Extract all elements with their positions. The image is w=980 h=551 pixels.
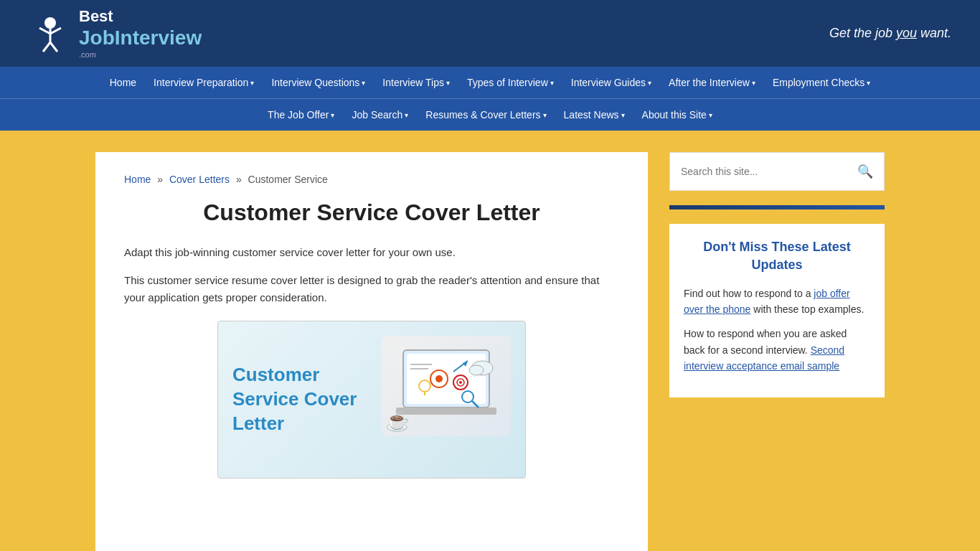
breadcrumb: Home » Cover Letters » Customer Service [124, 174, 619, 185]
main-navigation: Home Interview Preparation ▾ Interview Q… [0, 67, 980, 131]
svg-line-2 [39, 28, 50, 34]
breadcrumb-current: Customer Service [248, 174, 328, 185]
widget-text-1: Find out how to respond to a job offer o… [684, 286, 870, 318]
nav-employment-checks[interactable]: Employment Checks ▾ [764, 67, 879, 98]
svg-line-5 [50, 42, 57, 52]
breadcrumb-sep-2: » [236, 174, 242, 185]
logo-icon [29, 12, 72, 55]
search-button[interactable]: 🔍 [857, 164, 873, 179]
breadcrumb-sep-1: » [157, 174, 163, 185]
main-content: Home » Cover Letters » Customer Service … [95, 152, 648, 551]
article-para-2: This customer service resume cover lette… [124, 272, 619, 306]
nav-resumes-cover-letters[interactable]: Resumes & Cover Letters ▾ [417, 99, 555, 131]
nav-after-the-interview[interactable]: After the Interview ▾ [660, 67, 764, 98]
nav-job-offer[interactable]: The Job Offer ▾ [259, 99, 343, 131]
logo-text: Best JobInterview .com [79, 7, 202, 60]
svg-line-4 [43, 42, 50, 52]
nav-about-site[interactable]: About this Site ▾ [633, 99, 721, 131]
coffee-icon: ☕ [385, 409, 410, 433]
svg-point-0 [44, 17, 56, 29]
search-box: 🔍 [669, 152, 885, 191]
content-layout: Home » Cover Letters » Customer Service … [95, 152, 885, 551]
widget-text-2: How to respond when you are asked back f… [684, 326, 870, 374]
nav-interview-guides[interactable]: Interview Guides ▾ [562, 67, 660, 98]
logo-area[interactable]: Best JobInterview .com [29, 7, 202, 60]
logo-job: Job [79, 27, 115, 49]
sidebar: 🔍 Don't Miss These Latest Updates Find o… [669, 152, 885, 551]
logo-best: Best [79, 7, 202, 26]
sidebar-accent-bar [669, 205, 885, 209]
svg-point-10 [435, 375, 443, 382]
nav-types-of-interview[interactable]: Types of Interview ▾ [458, 67, 562, 98]
site-header: Best JobInterview .com Get the job you w… [0, 0, 980, 67]
nav-latest-news[interactable]: Latest News ▾ [555, 99, 633, 131]
nav-interview-preparation[interactable]: Interview Preparation ▾ [145, 67, 263, 98]
cover-letter-image: Customer Service Cover Letter [217, 321, 526, 479]
nav-interview-questions[interactable]: Interview Questions ▾ [263, 67, 374, 98]
search-input[interactable] [681, 166, 857, 177]
image-decoration: ☕ [382, 336, 511, 436]
logo-interview: Interview [115, 27, 202, 49]
logo-dotcom: .com [79, 50, 202, 60]
svg-line-3 [50, 28, 61, 34]
nav-home[interactable]: Home [101, 67, 145, 98]
svg-rect-8 [396, 408, 496, 415]
logo-job-interview: JobInterview [79, 26, 202, 50]
breadcrumb-home[interactable]: Home [124, 174, 151, 185]
nav-job-search[interactable]: Job Search ▾ [343, 99, 417, 131]
site-tagline: Get the job you want. [829, 26, 951, 41]
svg-point-17 [459, 381, 462, 384]
article-para-1: Adapt this job-winning customer service … [124, 244, 619, 261]
nav-row-1: Home Interview Preparation ▾ Interview Q… [0, 67, 980, 98]
breadcrumb-cover-letters[interactable]: Cover Letters [169, 174, 230, 185]
sidebar-widget: Don't Miss These Latest Updates Find out… [669, 224, 885, 397]
main-wrapper: Home » Cover Letters » Customer Service … [0, 131, 980, 551]
image-title-text: Customer Service Cover Letter [232, 363, 376, 435]
nav-row-2: The Job Offer ▾ Job Search ▾ Resumes & C… [0, 99, 980, 131]
svg-point-23 [469, 365, 484, 375]
nav-interview-tips[interactable]: Interview Tips ▾ [374, 67, 458, 98]
widget-title: Don't Miss These Latest Updates [684, 238, 870, 274]
page-title: Customer Service Cover Letter [124, 199, 619, 226]
